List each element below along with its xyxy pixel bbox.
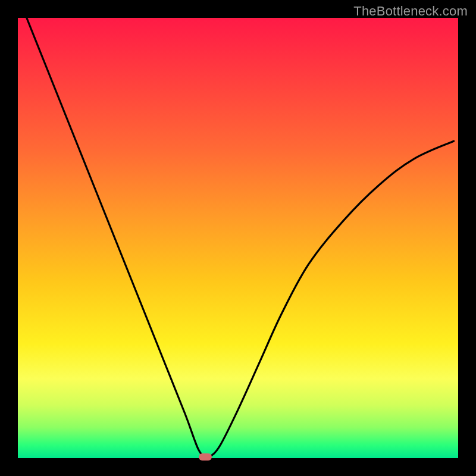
chart-frame: TheBottleneck.com (0, 0, 476, 476)
bottleneck-curve (18, 18, 458, 458)
watermark-text: TheBottleneck.com (353, 4, 468, 19)
plot-area (18, 18, 458, 458)
optimal-marker (199, 453, 212, 461)
